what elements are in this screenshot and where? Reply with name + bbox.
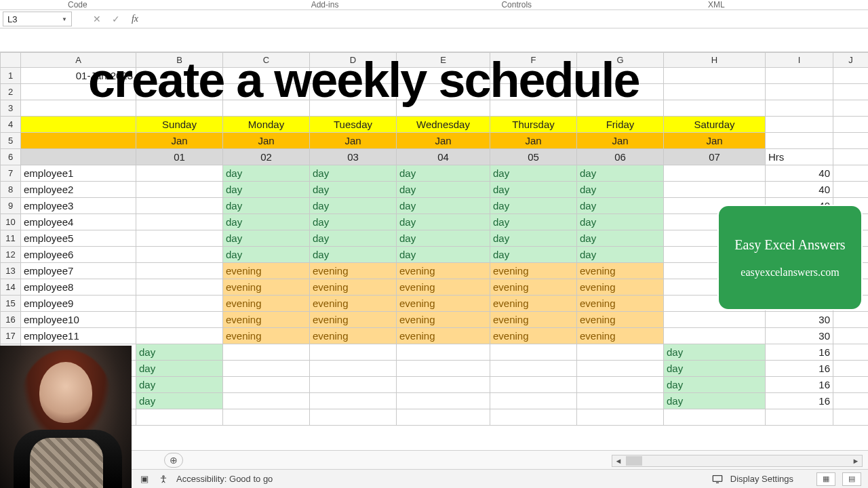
header-month[interactable]: Jan bbox=[223, 133, 310, 149]
shift-cell[interactable]: day bbox=[397, 165, 490, 182]
cell[interactable] bbox=[136, 409, 223, 426]
cell[interactable] bbox=[21, 133, 136, 149]
row-header-2[interactable]: 2 bbox=[1, 84, 21, 100]
shift-cell[interactable]: day bbox=[310, 198, 397, 214]
hrs-cell[interactable]: 16 bbox=[766, 344, 833, 361]
shift-cell[interactable] bbox=[223, 393, 310, 409]
employee-name[interactable]: employee3 bbox=[21, 198, 136, 214]
header-day[interactable]: Thursday bbox=[490, 117, 577, 133]
row-header-17[interactable]: 17 bbox=[1, 328, 21, 344]
cell[interactable] bbox=[490, 68, 577, 84]
shift-cell[interactable] bbox=[223, 361, 310, 377]
shift-cell[interactable] bbox=[136, 279, 223, 296]
cell[interactable] bbox=[490, 100, 577, 117]
shift-cell[interactable] bbox=[397, 361, 490, 377]
header-daynum[interactable]: 06 bbox=[577, 149, 664, 165]
record-macro-icon[interactable]: ▣ bbox=[138, 473, 151, 485]
formula-input[interactable] bbox=[145, 12, 865, 26]
employee-name[interactable]: employee1 bbox=[21, 165, 136, 182]
shift-cell[interactable] bbox=[136, 214, 223, 230]
shift-cell[interactable]: evening bbox=[577, 279, 664, 296]
shift-cell[interactable] bbox=[223, 344, 310, 361]
shift-cell[interactable] bbox=[664, 312, 766, 328]
accessibility-status[interactable]: Accessibility: Good to go bbox=[176, 474, 273, 484]
scroll-right-icon[interactable]: ► bbox=[850, 457, 862, 465]
shift-cell[interactable]: evening bbox=[490, 263, 577, 279]
row-header-14[interactable]: 14 bbox=[1, 279, 21, 296]
col-header-G[interactable]: G bbox=[577, 53, 664, 68]
header-day[interactable]: Monday bbox=[223, 117, 310, 133]
shift-cell[interactable]: evening bbox=[310, 312, 397, 328]
cell[interactable] bbox=[833, 182, 869, 198]
cell[interactable] bbox=[577, 84, 664, 100]
employee-name[interactable]: employee6 bbox=[21, 247, 136, 263]
shift-cell[interactable]: evening bbox=[223, 263, 310, 279]
shift-cell[interactable]: day bbox=[490, 198, 577, 214]
shift-cell[interactable] bbox=[223, 377, 310, 393]
row-header-16[interactable]: 16 bbox=[1, 312, 21, 328]
cell[interactable] bbox=[136, 84, 223, 100]
shift-cell[interactable]: day bbox=[223, 198, 310, 214]
cell[interactable] bbox=[21, 117, 136, 133]
cell[interactable] bbox=[833, 165, 869, 182]
col-header-E[interactable]: E bbox=[397, 53, 490, 68]
header-day[interactable]: Sunday bbox=[136, 117, 223, 133]
cell[interactable] bbox=[766, 409, 833, 426]
shift-cell[interactable]: evening bbox=[397, 296, 490, 312]
shift-cell[interactable] bbox=[577, 393, 664, 409]
cell[interactable] bbox=[223, 68, 310, 84]
shift-cell[interactable] bbox=[490, 393, 577, 409]
cell[interactable] bbox=[664, 409, 766, 426]
row-header-1[interactable]: 1 bbox=[1, 68, 21, 84]
shift-cell[interactable]: day bbox=[577, 182, 664, 198]
cell[interactable] bbox=[664, 100, 766, 117]
shift-cell[interactable]: day bbox=[577, 230, 664, 247]
cell[interactable] bbox=[136, 100, 223, 117]
cell[interactable] bbox=[490, 84, 577, 100]
shift-cell[interactable] bbox=[490, 377, 577, 393]
shift-cell[interactable]: day bbox=[223, 247, 310, 263]
row-header-5[interactable]: 5 bbox=[1, 133, 21, 149]
col-header-F[interactable]: F bbox=[490, 53, 577, 68]
shift-cell[interactable]: evening bbox=[397, 279, 490, 296]
shift-cell[interactable]: day bbox=[136, 344, 223, 361]
col-header-A[interactable]: A bbox=[21, 53, 136, 68]
shift-cell[interactable]: day bbox=[397, 182, 490, 198]
header-month[interactable]: Jan bbox=[664, 133, 766, 149]
shift-cell[interactable] bbox=[136, 296, 223, 312]
shift-cell[interactable]: day bbox=[310, 214, 397, 230]
shift-cell[interactable]: evening bbox=[577, 312, 664, 328]
shift-cell[interactable] bbox=[490, 344, 577, 361]
shift-cell[interactable] bbox=[397, 344, 490, 361]
cell[interactable] bbox=[310, 100, 397, 117]
cell[interactable] bbox=[766, 100, 833, 117]
cell[interactable] bbox=[577, 409, 664, 426]
employee-name[interactable]: employee9 bbox=[21, 296, 136, 312]
hrs-cell[interactable]: 40 bbox=[766, 165, 833, 182]
shift-cell[interactable]: day bbox=[664, 377, 766, 393]
shift-cell[interactable]: evening bbox=[310, 279, 397, 296]
cell[interactable] bbox=[833, 68, 869, 84]
shift-cell[interactable] bbox=[136, 247, 223, 263]
shift-cell[interactable]: evening bbox=[490, 312, 577, 328]
view-normal-icon[interactable]: ▦ bbox=[816, 472, 835, 486]
shift-cell[interactable] bbox=[397, 377, 490, 393]
shift-cell[interactable] bbox=[397, 393, 490, 409]
header-month[interactable]: Jan bbox=[310, 133, 397, 149]
shift-cell[interactable] bbox=[136, 263, 223, 279]
shift-cell[interactable] bbox=[577, 344, 664, 361]
cell[interactable] bbox=[833, 328, 869, 344]
shift-cell[interactable]: day bbox=[490, 165, 577, 182]
row-header-3[interactable]: 3 bbox=[1, 100, 21, 117]
employee-name[interactable]: employee8 bbox=[21, 279, 136, 296]
shift-cell[interactable]: day bbox=[136, 361, 223, 377]
shift-cell[interactable]: evening bbox=[490, 296, 577, 312]
cell[interactable] bbox=[310, 409, 397, 426]
name-box[interactable]: L3 ▼ bbox=[3, 12, 72, 26]
cell[interactable] bbox=[664, 84, 766, 100]
scroll-thumb[interactable] bbox=[626, 456, 642, 466]
row-header-6[interactable]: 6 bbox=[1, 149, 21, 165]
shift-cell[interactable]: day bbox=[577, 247, 664, 263]
header-daynum[interactable]: 02 bbox=[223, 149, 310, 165]
hrs-cell[interactable]: 16 bbox=[766, 377, 833, 393]
